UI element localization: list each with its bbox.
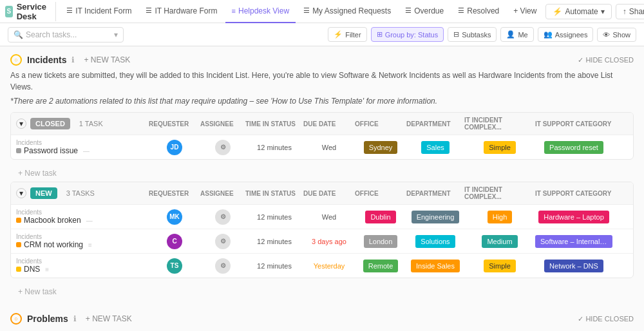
- task-assignee-crm: ⚙: [200, 234, 245, 249]
- col-header-time-closed: TIME IN STATUS: [245, 120, 303, 128]
- complex-tag: Simple: [484, 141, 516, 154]
- task-dns-name: DNS ≡: [16, 265, 149, 274]
- closed-status-badge[interactable]: CLOSED: [30, 118, 70, 129]
- incidents-description: As a new tickets are submitted, they wil…: [10, 70, 634, 93]
- toolbar-right: ⚡ Filter ⊞ Group by: Status ⊟ Subtasks 👤…: [328, 27, 636, 42]
- task-time-dns: 12 minutes: [245, 262, 303, 270]
- task-parent-crm: Incidents: [16, 233, 149, 240]
- tab-helpdesk[interactable]: ≡ Helpdesk View: [225, 0, 296, 23]
- task-crm-text[interactable]: CRM not working: [24, 240, 83, 249]
- incidents-hide-button[interactable]: ✓ HIDE CLOSED: [578, 56, 634, 64]
- task-support-crm: Software – Internal a...: [535, 235, 612, 248]
- problems-new-task-button[interactable]: + NEW TASK: [82, 313, 136, 325]
- tab-icon-it-incident: ☰: [66, 6, 73, 15]
- tab-it-hardware[interactable]: ☰ IT Hardware Form: [139, 0, 223, 23]
- problems-circle-icon: ○: [10, 313, 22, 325]
- task-dot-dns: [16, 267, 21, 272]
- search-box[interactable]: 🔍 Search tasks... ▾: [8, 27, 124, 43]
- nav-actions: ⚡ Automate ▾ ↑ Share: [545, 4, 644, 19]
- tab-it-incident[interactable]: ☰ IT Incident Form: [60, 0, 138, 23]
- task-due-cell: Wed: [303, 144, 355, 151]
- group-by-label: Group by: Status: [385, 31, 439, 39]
- new-collapse-icon[interactable]: ▾: [16, 188, 26, 198]
- task-support-cell: Password reset: [535, 141, 612, 154]
- nav-logo: S Service Desk: [5, 2, 56, 21]
- me-button[interactable]: 👤 Me: [500, 27, 533, 42]
- task-due-crm: 3 days ago: [303, 238, 355, 245]
- dept-tag-macbook: Engineering: [412, 211, 460, 223]
- incidents-header: ○ Incidents ℹ + NEW TASK ✓ HIDE CLOSED: [10, 54, 634, 66]
- task-dept-crm: Solutions: [406, 235, 464, 248]
- task-parent-macbook: Incidents: [16, 209, 149, 216]
- task-time-macbook: 12 minutes: [245, 213, 303, 221]
- table-row: Incidents CRM not working ≡ C ⚙ 12 minut…: [11, 229, 633, 254]
- automate-button[interactable]: ⚡ Automate ▾: [545, 4, 611, 19]
- col-header-time-new: TIME IN STATUS: [245, 190, 303, 197]
- problems-info-icon[interactable]: ℹ: [73, 314, 77, 323]
- new-status-badge[interactable]: NEW: [30, 187, 57, 199]
- task-macbook-text[interactable]: Macbook broken: [24, 216, 81, 225]
- search-chevron-icon: ▾: [114, 30, 118, 39]
- problems-title: Problems: [27, 314, 68, 324]
- tab-label-resolved: Resolved: [467, 6, 499, 15]
- incidents-info-icon[interactable]: ℹ: [71, 55, 75, 64]
- problems-hide-label: HIDE CLOSED: [585, 315, 634, 323]
- dept-tag-crm: Solutions: [415, 235, 455, 248]
- tab-overdue[interactable]: ☰ Overdue: [399, 0, 450, 23]
- closed-task-count: 1 TASK: [79, 120, 103, 128]
- group-icon: ⊞: [377, 30, 383, 39]
- assignees-button[interactable]: 👥 Assignees: [538, 27, 594, 42]
- task-complex-crm: Medium: [464, 235, 535, 248]
- share-icon: ↑: [623, 7, 627, 16]
- task-support-dns: Network – DNS: [535, 260, 612, 272]
- closed-collapse-icon[interactable]: ▾: [16, 118, 26, 129]
- task-dash-macbook: —: [86, 217, 93, 224]
- incidents-title: Incidents: [27, 55, 66, 65]
- task-dash-crm: ≡: [88, 241, 92, 249]
- task-dept-cell: Sales: [406, 141, 464, 154]
- task-macbook-name: Macbook broken —: [16, 216, 149, 225]
- incidents-new-task-button[interactable]: + NEW TASK: [80, 54, 134, 66]
- tab-label-assigned: My Assigned Requests: [312, 6, 391, 15]
- share-button[interactable]: ↑ Share: [616, 4, 644, 19]
- table-row: Incidents Password issue — JD ⚙ 12 minut…: [11, 135, 633, 159]
- task-dept-dns: Inside Sales: [406, 260, 464, 272]
- requester-avatar-crm: C: [167, 234, 182, 249]
- show-button[interactable]: 👁 Show: [597, 28, 636, 42]
- col-header-office-closed: OFFICE: [355, 120, 406, 128]
- tab-label-overdue: Overdue: [414, 6, 444, 15]
- task-dns-text[interactable]: DNS: [24, 265, 40, 274]
- task-office-macbook: Dublin: [355, 211, 406, 223]
- search-icon: 🔍: [14, 30, 23, 39]
- task-macbook-info: Incidents Macbook broken —: [16, 209, 149, 225]
- task-name-row: Password issue —: [16, 146, 149, 155]
- task-assignee-macbook: ⚙: [200, 209, 245, 225]
- incidents-note: *There are 2 automations related to this…: [10, 97, 634, 106]
- tab-label-it-hardware: IT Hardware Form: [155, 6, 217, 15]
- col-header-assignee-new: ASSIGNEE: [200, 190, 245, 197]
- group-by-button[interactable]: ⊞ Group by: Status: [371, 27, 444, 42]
- col-header-dept-closed: DEPARTMENT: [406, 120, 464, 128]
- tab-assigned[interactable]: ☰ My Assigned Requests: [297, 0, 397, 23]
- problems-hide-button[interactable]: ✓ HIDE CLOSED: [578, 315, 634, 323]
- add-new-task-closed[interactable]: + New task: [10, 165, 634, 182]
- office-tag-crm: London: [364, 235, 398, 248]
- tab-icon-assigned: ☰: [303, 6, 310, 15]
- task-parent-dns: Incidents: [16, 258, 149, 265]
- tab-label-helpdesk: Helpdesk View: [238, 6, 289, 15]
- task-dot-macbook: [16, 218, 21, 223]
- task-assignee-dns: ⚙: [200, 258, 245, 274]
- subtasks-button[interactable]: ⊟ Subtasks: [448, 27, 497, 42]
- tab-add-view[interactable]: + View: [507, 0, 543, 23]
- task-name-text[interactable]: Password issue: [24, 146, 78, 155]
- filter-button[interactable]: ⚡ Filter: [328, 27, 366, 42]
- tab-resolved[interactable]: ☰ Resolved: [451, 0, 506, 23]
- add-new-task-new[interactable]: + New task: [10, 283, 634, 300]
- assignee-avatar-crm: ⚙: [215, 234, 231, 249]
- incidents-section: ○ Incidents ℹ + NEW TASK ✓ HIDE CLOSED A…: [10, 54, 634, 300]
- table-row: Incidents DNS ≡ TS ⚙ 12 minutes Yesterda…: [11, 254, 633, 278]
- search-placeholder: Search tasks...: [26, 30, 77, 39]
- requester-avatar: JD: [167, 140, 182, 155]
- task-office-cell: Sydney: [355, 141, 406, 154]
- app-title: Service Desk: [17, 2, 51, 21]
